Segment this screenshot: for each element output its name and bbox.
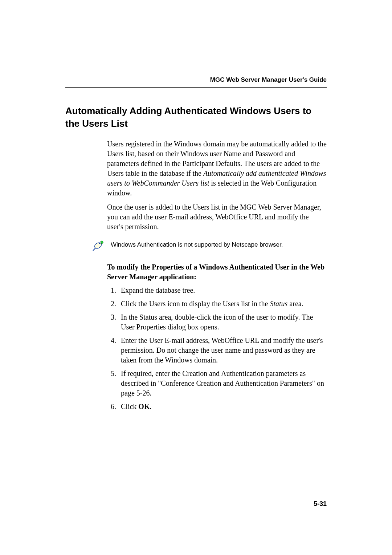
- running-header: MGC Web Server Manager User's Guide: [65, 76, 327, 84]
- step-1: Expand the database tree.: [118, 285, 327, 295]
- step-6-pre: Click: [121, 402, 138, 410]
- step-3-text: In the Status area, double-click the ico…: [121, 313, 313, 331]
- note-text: Windows Authentication is not supported …: [111, 241, 283, 248]
- intro-paragraph-1: Users registered in the Windows domain m…: [107, 139, 327, 198]
- step-2-pre: Click the Users icon to display the User…: [121, 300, 270, 308]
- header-rule: [65, 87, 327, 88]
- step-5: If required, enter the Creation and Auth…: [118, 369, 327, 398]
- procedure-steps: Expand the database tree. Click the User…: [107, 285, 327, 412]
- step-4-text: Enter the User E-mail address, WebOffice…: [121, 336, 323, 364]
- note-pin-icon: [91, 238, 105, 254]
- page-number: 5-31: [314, 500, 327, 508]
- note-block: Windows Authentication is not supported …: [91, 238, 327, 254]
- step-6: Click OK.: [118, 402, 327, 412]
- step-2-post: area.: [287, 300, 303, 308]
- step-6-post: .: [150, 402, 151, 410]
- intro-paragraph-2: Once the user is added to the Users list…: [107, 202, 327, 232]
- step-3: In the Status area, double-click the ico…: [118, 312, 327, 332]
- step-4: Enter the User E-mail address, WebOffice…: [118, 336, 327, 365]
- step-2-italic: Status: [270, 300, 288, 308]
- step-2: Click the Users icon to display the User…: [118, 299, 327, 309]
- procedure-subheading: To modify the Properties of a Windows Au…: [107, 262, 327, 282]
- svg-point-1: [99, 243, 100, 244]
- step-5-text: If required, enter the Creation and Auth…: [121, 369, 324, 397]
- step-1-text: Expand the database tree.: [121, 286, 195, 294]
- section-title: Automatically Adding Authenticated Windo…: [65, 105, 327, 130]
- step-6-bold: OK: [138, 402, 150, 410]
